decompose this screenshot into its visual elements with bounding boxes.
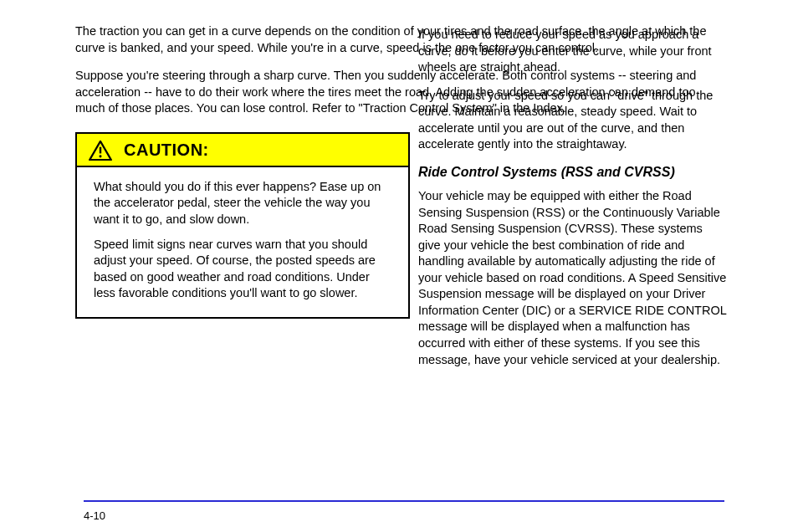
svg-rect-1 [100, 147, 101, 154]
hazard-triangle-icon [89, 141, 112, 161]
page-number: 4-10 [84, 509, 105, 522]
caution-body: What should you do if this ever happens?… [77, 167, 408, 317]
caution-header: CAUTION: [77, 134, 408, 167]
paragraph: Your vehicle may be equipped with either… [418, 188, 728, 368]
footer-rule [84, 500, 724, 502]
caution-label: CAUTION: [124, 141, 209, 160]
paragraph: If you need to reduce your speed as you … [418, 27, 728, 76]
ride-control-heading: Ride Control Systems (RSS and CVRSS) [418, 165, 728, 180]
caution-paragraph: What should you do if this ever happens?… [94, 179, 391, 228]
caution-paragraph: Speed limit signs near curves warn that … [94, 237, 391, 302]
caution-callout: CAUTION: What should you do if this ever… [75, 132, 410, 319]
svg-point-2 [99, 155, 101, 157]
paragraph: Try to adjust your speed so you can "dri… [418, 88, 728, 153]
